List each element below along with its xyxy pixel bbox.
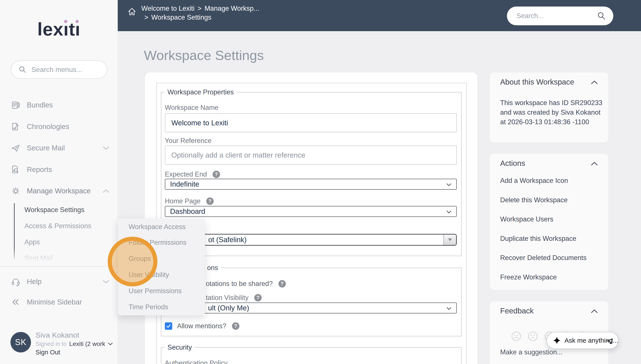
annotation-visibility-select[interactable]: ult (Only Me): [165, 302, 457, 314]
expected-end-select[interactable]: Indefinite: [165, 179, 457, 190]
your-reference-label: Your Reference: [165, 137, 212, 145]
logo-dot-icon: [64, 20, 67, 23]
workspace-name-input[interactable]: [165, 113, 457, 132]
action-workspace-users[interactable]: Workspace Users: [500, 215, 553, 223]
sidebar-item-label: Help: [27, 278, 42, 286]
sidebar-item-label: Minimise Sidebar: [27, 298, 82, 306]
page-title: Workspace Settings: [144, 48, 264, 63]
check-icon: [166, 323, 171, 329]
subitem-label: Workspace Settings: [24, 206, 84, 214]
home-page-select[interactable]: Dashboard: [165, 206, 457, 217]
user-name: Siva Kokanot: [36, 331, 79, 339]
breadcrumb-link[interactable]: Welcome to Lexiti: [141, 4, 194, 12]
neutral-face-icon[interactable]: [528, 331, 538, 342]
allow-mentions-label: Allow mentions?: [177, 322, 226, 330]
sidebar-item-label: Manage Workspace: [27, 187, 91, 195]
chevron-down-icon: [108, 342, 113, 346]
allow-mentions-checkbox[interactable]: [165, 322, 172, 330]
action-recover-documents[interactable]: Recover Deleted Documents: [500, 254, 586, 262]
sidebar-search[interactable]: [11, 60, 107, 79]
breadcrumb-separator: >: [198, 4, 202, 12]
make-suggestion-link[interactable]: Make a suggestion...: [500, 348, 562, 356]
sidebar-item-manage-workspace[interactable]: Manage Workspace: [0, 184, 118, 198]
subitem-label: Access & Permissions: [24, 222, 91, 230]
sidebar-item-secure-mail[interactable]: Secure Mail: [0, 142, 118, 154]
help-icon[interactable]: ?: [254, 294, 262, 302]
signed-in-prefix: Signed in to: [36, 341, 67, 348]
help-icon[interactable]: ?: [278, 280, 286, 288]
search-menus-input[interactable]: [32, 66, 101, 74]
allow-mentions-row: Allow mentions? ?: [165, 322, 240, 330]
sidebar-item-label: Reports: [27, 166, 52, 174]
fieldset-legend: Workspace Properties: [165, 88, 236, 96]
top-header: Welcome to Lexiti>Manage Worksp... >Work…: [118, 0, 641, 31]
safelink-select[interactable]: ot (Safelink): [165, 234, 457, 246]
breadcrumb-current: Workspace Settings: [151, 14, 211, 21]
sparkle-icon: [553, 336, 561, 344]
global-search[interactable]: [507, 6, 613, 25]
action-add-workspace-icon[interactable]: Add a Workspace Icon: [500, 177, 568, 184]
submenu-fade: [1, 248, 117, 266]
help-icon[interactable]: ?: [206, 198, 214, 205]
sign-out-link[interactable]: Sign Out: [36, 349, 60, 356]
chevron-down-icon[interactable]: [102, 146, 110, 150]
logo-dot-icon: [76, 20, 79, 23]
fieldset-legend: Security: [165, 344, 194, 351]
sidebar-item-bundles[interactable]: Bundles: [0, 98, 118, 112]
chevron-up-icon[interactable]: [590, 80, 599, 85]
card-title: Actions: [500, 159, 525, 168]
flyout-item-workspace-access[interactable]: Workspace Access: [129, 223, 186, 231]
chevron-down-icon: [446, 307, 452, 310]
sad-face-icon[interactable]: [511, 331, 522, 342]
sidebar-subitem-workspace-settings[interactable]: Workspace Settings: [0, 204, 118, 216]
breadcrumb: Welcome to Lexiti>Manage Worksp... >Work…: [141, 4, 259, 22]
global-search-input[interactable]: [516, 12, 588, 20]
action-duplicate-workspace[interactable]: Duplicate this Workspace: [500, 235, 576, 242]
sidebar-item-chronologies[interactable]: Chronologies: [0, 120, 118, 133]
flyout-item-groups[interactable]: Groups: [129, 255, 151, 263]
sidebar-item-minimise[interactable]: Minimise Sidebar: [0, 296, 118, 309]
select-value: Indefinite: [170, 180, 199, 188]
action-delete-workspace[interactable]: Delete this Workspace: [500, 196, 568, 204]
avatar-initials: SK: [15, 338, 26, 347]
signed-in-status[interactable]: Signed in to Lexiti (2 work: [36, 340, 113, 348]
sidebar-subitem-apps[interactable]: Apps: [0, 236, 118, 248]
breadcrumb-link[interactable]: Manage Worksp...: [204, 4, 259, 12]
chevron-down-icon[interactable]: [102, 279, 110, 284]
account-name: Lexiti (2 work: [69, 340, 105, 348]
ask-me-anything-button[interactable]: Ask me anything...: [546, 332, 618, 349]
select-value: ult (Only Me): [208, 304, 249, 312]
flyout-item-time-periods[interactable]: Time Periods: [129, 303, 168, 311]
search-icon[interactable]: [597, 11, 606, 20]
avatar[interactable]: SK: [10, 332, 31, 352]
app-logo: lexıtı: [0, 19, 118, 40]
flyout-item-folder-permissions[interactable]: Folder Permissions: [129, 239, 186, 246]
workspace-name-label: Workspace Name: [165, 104, 218, 112]
sidebar-item-help[interactable]: Help: [0, 275, 118, 288]
expected-end-label: Expected End?: [165, 170, 220, 178]
help-icon[interactable]: ?: [232, 322, 240, 330]
search-icon: [18, 66, 26, 74]
sidebar-item-reports[interactable]: Reports: [0, 163, 118, 176]
bundles-icon: [11, 100, 20, 110]
about-workspace-text: This workspace has ID SR290233 and was c…: [500, 98, 604, 127]
fieldset-legend: ons: [204, 264, 221, 272]
reports-icon: [11, 165, 20, 174]
chevron-up-icon[interactable]: [590, 161, 599, 166]
sidebar-item-label: Secure Mail: [27, 144, 65, 152]
chevron-up-icon[interactable]: [590, 309, 599, 314]
double-chevron-left-icon: [11, 297, 20, 307]
your-reference-input[interactable]: [165, 146, 457, 164]
chevron-up-icon[interactable]: [102, 188, 110, 193]
select-value: Dashboard: [170, 207, 205, 216]
flyout-item-user-permissions[interactable]: User Permissions: [129, 287, 182, 295]
action-freeze-workspace[interactable]: Freeze Workspace: [500, 273, 557, 281]
dropdown-button[interactable]: [444, 234, 456, 245]
actions-card: Actions Add a Workspace Icon Delete this…: [490, 154, 608, 290]
annotations-shared-question: otations to be shared??: [206, 280, 286, 288]
sidebar-item-label: Chronologies: [27, 122, 69, 131]
home-icon[interactable]: [127, 6, 137, 16]
sidebar-subitem-access-permissions[interactable]: Access & Permissions: [0, 220, 118, 232]
help-icon[interactable]: ?: [212, 171, 220, 178]
flyout-item-user-visibility[interactable]: User Visibility: [129, 271, 169, 279]
